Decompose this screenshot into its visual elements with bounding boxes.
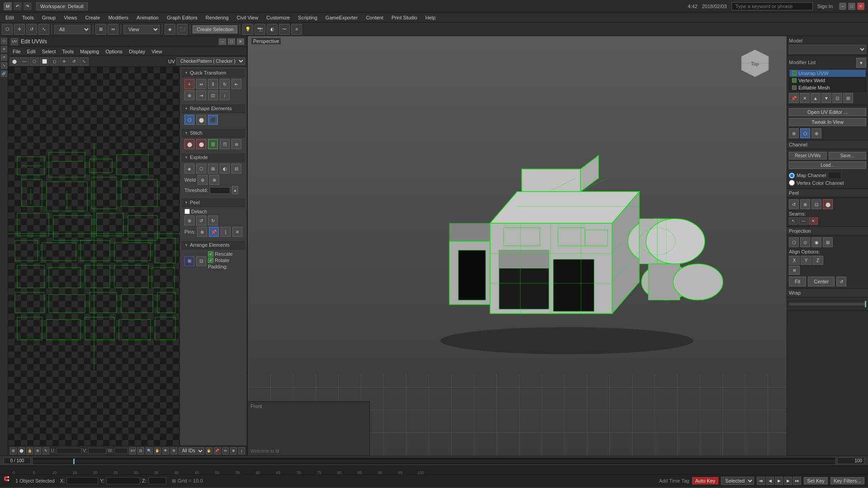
toolbar-layer-btn[interactable]: ≡ — [291, 24, 302, 35]
reshape-btn1[interactable]: ⬡ — [184, 115, 194, 125]
sidebar-select-btn[interactable]: ⬡ — [1, 38, 7, 44]
toolbar-select-btn[interactable]: ⬡ — [2, 24, 13, 35]
view-dropdown[interactable]: View — [123, 25, 160, 34]
arrange-header[interactable]: Arrange Elements — [182, 241, 245, 249]
explode-btn1[interactable]: ◈ — [184, 164, 194, 174]
explode-btn4[interactable]: ◐ — [220, 164, 230, 174]
menu-rendering[interactable]: Rendering — [202, 14, 232, 21]
modifier-list-expand-btn[interactable]: ▼ — [856, 58, 866, 68]
uv-rotate-btn[interactable]: ↺ — [70, 57, 79, 66]
qt-flip-h-btn[interactable]: ⇔ — [196, 79, 206, 89]
toolbar-camera-btn[interactable]: 📷 — [255, 24, 265, 35]
pin-btn3[interactable]: | — [221, 227, 231, 237]
menu-modifiers[interactable]: Modifiers — [104, 14, 132, 21]
toolbar-light-btn[interactable]: 💡 — [242, 24, 253, 35]
uv-filter-btn[interactable]: ⊛ — [34, 447, 41, 455]
mod-paste-btn[interactable]: ⊞ — [843, 93, 853, 103]
proj-cylinder-btn[interactable]: ⊙ — [800, 237, 810, 247]
rotate-checkbox[interactable] — [208, 258, 213, 263]
timeline-track[interactable] — [33, 457, 835, 465]
menu-graph-editors[interactable]: Graph Editors — [163, 14, 201, 21]
menu-create[interactable]: Create — [81, 14, 104, 21]
viewport-gizmo[interactable]: Top — [737, 45, 773, 81]
quick-transform-header[interactable]: Quick Transform — [182, 69, 245, 77]
rotate-checkbox-label[interactable]: Rotate — [208, 258, 233, 263]
uv-menu-tools[interactable]: Tools — [59, 48, 76, 55]
uv-menu-edit[interactable]: Edit — [24, 48, 38, 55]
toolbar-rotate-btn[interactable]: ↺ — [26, 24, 37, 35]
menu-content[interactable]: Content — [362, 14, 387, 21]
sidebar-scale-btn[interactable]: ⤡ — [1, 62, 7, 69]
uv-close-btn[interactable]: ✕ — [237, 38, 244, 45]
uv-anim-btn[interactable]: ⊡ — [137, 447, 144, 455]
modifier-item-vertexweld[interactable]: Vertex Weld — [789, 77, 866, 84]
uv-mode-btn1[interactable]: ⊛ — [789, 128, 799, 138]
close-button[interactable]: ✕ — [857, 3, 864, 10]
proj-box-btn[interactable]: ⊞ — [823, 237, 833, 247]
minimize-button[interactable]: − — [839, 3, 846, 10]
rescale-checkbox-label[interactable]: Rescale — [208, 251, 233, 257]
maximize-button[interactable]: □ — [848, 3, 855, 10]
modifier-item-editable[interactable]: Editable Mesh — [789, 84, 866, 91]
z-input[interactable]: 0.0 — [148, 477, 166, 484]
stitch-btn2[interactable]: ⬤ — [196, 139, 206, 149]
map-channel-radio[interactable] — [789, 173, 795, 178]
sidebar-move-btn[interactable]: ✛ — [1, 46, 7, 52]
weld-btn1[interactable]: ⊛ — [198, 175, 208, 185]
peel-icon4[interactable]: ⬤ — [823, 199, 833, 209]
proj-planar-btn[interactable]: ⬡ — [789, 237, 799, 247]
app-icon-redo[interactable]: ↷ — [24, 2, 32, 10]
uv-lock-btn[interactable]: 🔒 — [26, 447, 33, 455]
uv-menu-view[interactable]: View — [149, 48, 165, 55]
uv-move-btn[interactable]: ✛ — [60, 57, 69, 66]
sidebar-rotate-btn[interactable]: ↺ — [1, 54, 7, 61]
stitch-btn4[interactable]: ☶ — [220, 139, 230, 149]
workspace-dropdown[interactable]: Workspace: Default — [36, 2, 88, 10]
uv-mode-btn2[interactable]: ⬡ — [800, 128, 810, 138]
arrange-btn1[interactable]: ⊞ — [184, 256, 194, 266]
qt-flip-v-btn[interactable]: ⇕ — [208, 79, 218, 89]
wrap-slider-thumb[interactable] — [865, 301, 866, 307]
mod-up-btn[interactable]: ▲ — [811, 93, 821, 103]
frame-range[interactable]: 0 / 100 — [4, 457, 31, 464]
align-z-btn[interactable]: Z — [812, 256, 823, 265]
uv-menu-options[interactable]: Options — [103, 48, 125, 55]
menu-scripting[interactable]: Scripting — [294, 14, 321, 21]
menu-civil-view[interactable]: Civil View — [233, 14, 262, 21]
peel-reset-btn[interactable]: ↻ — [208, 216, 218, 225]
toolbar-mirror-btn[interactable]: ⇔ — [108, 24, 118, 35]
y-input[interactable]: -100.096 — [106, 477, 140, 484]
qt-align-right-btn[interactable]: ⇥ — [196, 90, 206, 100]
play-btn[interactable]: ▶ — [775, 477, 783, 485]
menu-print-studio[interactable]: Print Studio — [388, 14, 421, 21]
peel-start-btn[interactable]: ⊛ — [184, 216, 194, 225]
w-input[interactable] — [114, 448, 128, 454]
uv-mode-vertex[interactable]: ⬤ — [10, 57, 19, 66]
sign-in-button[interactable]: Sign In — [817, 4, 833, 9]
uv-mode-face[interactable]: ⬡ — [30, 57, 39, 66]
wrap-slider[interactable] — [789, 303, 866, 305]
channel-section-title[interactable]: Channel — [787, 141, 868, 149]
stitch-btn3[interactable]: ☰ — [208, 139, 218, 149]
app-icon-undo[interactable]: ↶ — [14, 2, 22, 10]
uv-checker-dropdown[interactable]: CheckerPattern ( Checker ) — [176, 57, 245, 65]
weld-btn2[interactable]: ⊕ — [209, 175, 219, 185]
selection-filter-dropdown[interactable]: All — [54, 25, 90, 34]
uv-hand-btn[interactable]: 🖐 — [206, 447, 212, 455]
mod-delete-btn[interactable]: ✕ — [800, 93, 810, 103]
reshape-btn3[interactable]: ⬛ — [208, 115, 218, 125]
proj-sphere-btn[interactable]: ◉ — [811, 237, 821, 247]
menu-tools[interactable]: Tools — [19, 14, 38, 21]
threshold-input[interactable]: 0.01 — [210, 187, 230, 194]
uv-xy-btn[interactable]: XY — [129, 447, 136, 455]
uv-snap-btn[interactable]: ⊞ — [10, 447, 17, 455]
create-selection-button[interactable]: Create Selection — [193, 25, 237, 33]
qt-normalize-btn[interactable]: ↕ — [220, 90, 230, 100]
mod-copy-btn[interactable]: ⊡ — [832, 93, 842, 103]
uv-menu-file[interactable]: File — [10, 48, 24, 55]
load-btn[interactable]: Load... — [789, 161, 866, 169]
uv-canvas[interactable] — [8, 67, 180, 446]
uv-select-btn[interactable]: ◻ — [50, 57, 59, 66]
seam-edge-btn[interactable]: — — [799, 217, 808, 225]
mod-pin-btn[interactable]: 📌 — [789, 93, 799, 103]
